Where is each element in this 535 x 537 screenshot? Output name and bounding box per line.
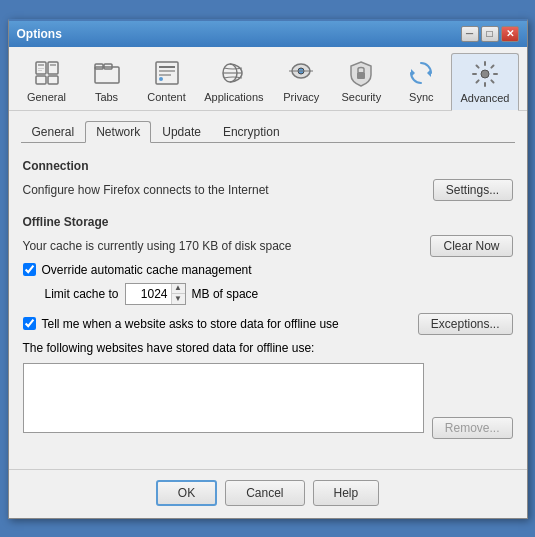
general-icon bbox=[31, 57, 63, 89]
toolbar-sync-label: Sync bbox=[409, 91, 433, 103]
toolbar-tabs[interactable]: Tabs bbox=[77, 53, 137, 110]
offline-title: Offline Storage bbox=[23, 215, 513, 229]
window-title: Options bbox=[17, 27, 62, 41]
override-label: Override automatic cache management bbox=[42, 263, 252, 277]
ok-button[interactable]: OK bbox=[156, 480, 217, 506]
toolbar-sync[interactable]: Sync bbox=[391, 53, 451, 110]
minimize-button[interactable]: ─ bbox=[461, 26, 479, 42]
connection-section: Connection Configure how Firefox connect… bbox=[23, 159, 513, 201]
svg-point-15 bbox=[159, 77, 163, 81]
toolbar-tabs-label: Tabs bbox=[95, 91, 118, 103]
svg-rect-5 bbox=[50, 64, 56, 66]
svg-rect-4 bbox=[48, 62, 58, 74]
override-row: Override automatic cache management bbox=[23, 263, 513, 277]
cache-desc: Your cache is currently using 170 KB of … bbox=[23, 239, 292, 253]
sync-icon bbox=[405, 57, 437, 89]
cache-limit-spinbox[interactable]: ▲ ▼ bbox=[125, 283, 186, 305]
tab-encryption[interactable]: Encryption bbox=[212, 121, 291, 142]
cache-row: Your cache is currently using 170 KB of … bbox=[23, 235, 513, 257]
help-button[interactable]: Help bbox=[313, 480, 380, 506]
svg-rect-2 bbox=[38, 68, 44, 69]
websites-label: The following websites have stored data … bbox=[23, 341, 513, 355]
tell-me-row: Tell me when a website asks to store dat… bbox=[23, 313, 513, 335]
limit-row: Limit cache to ▲ ▼ MB of space bbox=[45, 283, 513, 305]
svg-point-24 bbox=[481, 70, 489, 78]
svg-rect-6 bbox=[36, 76, 46, 84]
close-button[interactable]: ✕ bbox=[501, 26, 519, 42]
tabs-icon bbox=[91, 57, 123, 89]
toolbar-content[interactable]: Content bbox=[137, 53, 197, 110]
svg-rect-12 bbox=[159, 66, 175, 68]
spin-down-button[interactable]: ▼ bbox=[172, 294, 185, 304]
cache-limit-input[interactable] bbox=[126, 284, 171, 304]
mb-label: MB of space bbox=[192, 287, 259, 301]
toolbar-content-label: Content bbox=[147, 91, 186, 103]
bottom-bar: OK Cancel Help bbox=[9, 469, 527, 518]
tab-general[interactable]: General bbox=[21, 121, 86, 142]
toolbar-advanced-label: Advanced bbox=[460, 92, 509, 104]
svg-rect-7 bbox=[48, 76, 58, 84]
toolbar-applications[interactable]: Applications bbox=[197, 53, 272, 110]
toolbar-privacy-label: Privacy bbox=[283, 91, 319, 103]
toolbar-general[interactable]: General bbox=[17, 53, 77, 110]
options-window: Options ─ □ ✕ General bbox=[8, 19, 528, 519]
main-content: General Network Update Encryption Connec… bbox=[9, 111, 527, 469]
toolbar: General Tabs bbox=[9, 47, 527, 111]
spinbox-arrows: ▲ ▼ bbox=[171, 284, 185, 304]
maximize-button[interactable]: □ bbox=[481, 26, 499, 42]
title-bar: Options ─ □ ✕ bbox=[9, 21, 527, 47]
tab-network[interactable]: Network bbox=[85, 121, 151, 143]
toolbar-general-label: General bbox=[27, 91, 66, 103]
limit-label: Limit cache to bbox=[45, 287, 119, 301]
svg-rect-1 bbox=[38, 64, 44, 66]
svg-marker-23 bbox=[411, 69, 415, 77]
connection-title: Connection bbox=[23, 159, 513, 173]
sub-tabs: General Network Update Encryption bbox=[21, 121, 515, 143]
toolbar-advanced[interactable]: Advanced bbox=[451, 53, 518, 111]
websites-list[interactable] bbox=[23, 363, 424, 433]
content-icon bbox=[151, 57, 183, 89]
svg-rect-11 bbox=[156, 62, 178, 84]
websites-area: Remove... bbox=[23, 359, 513, 439]
connection-row: Configure how Firefox connects to the In… bbox=[23, 179, 513, 201]
svg-rect-14 bbox=[159, 74, 171, 76]
advanced-icon bbox=[469, 58, 501, 90]
clear-now-button[interactable]: Clear Now bbox=[430, 235, 512, 257]
title-bar-controls: ─ □ ✕ bbox=[461, 26, 519, 42]
svg-rect-3 bbox=[38, 70, 42, 71]
connection-desc: Configure how Firefox connects to the In… bbox=[23, 183, 269, 197]
settings-button[interactable]: Settings... bbox=[433, 179, 513, 201]
security-icon bbox=[345, 57, 377, 89]
tell-me-label: Tell me when a website asks to store dat… bbox=[42, 317, 339, 331]
override-checkbox[interactable] bbox=[23, 263, 36, 276]
network-panel: Connection Configure how Firefox connect… bbox=[21, 155, 515, 457]
svg-rect-21 bbox=[357, 72, 365, 79]
offline-section: Offline Storage Your cache is currently … bbox=[23, 215, 513, 439]
toolbar-security-label: Security bbox=[341, 91, 381, 103]
tab-update[interactable]: Update bbox=[151, 121, 212, 142]
exceptions-button[interactable]: Exceptions... bbox=[418, 313, 513, 335]
toolbar-privacy[interactable]: Privacy bbox=[271, 53, 331, 110]
tell-me-checkbox[interactable] bbox=[23, 317, 36, 330]
remove-button[interactable]: Remove... bbox=[432, 417, 513, 439]
toolbar-applications-label: Applications bbox=[204, 91, 263, 103]
toolbar-security[interactable]: Security bbox=[331, 53, 391, 110]
svg-marker-22 bbox=[427, 69, 431, 77]
svg-rect-13 bbox=[159, 70, 175, 72]
privacy-icon bbox=[285, 57, 317, 89]
applications-icon bbox=[218, 57, 250, 89]
spin-up-button[interactable]: ▲ bbox=[172, 284, 185, 295]
cancel-button[interactable]: Cancel bbox=[225, 480, 304, 506]
